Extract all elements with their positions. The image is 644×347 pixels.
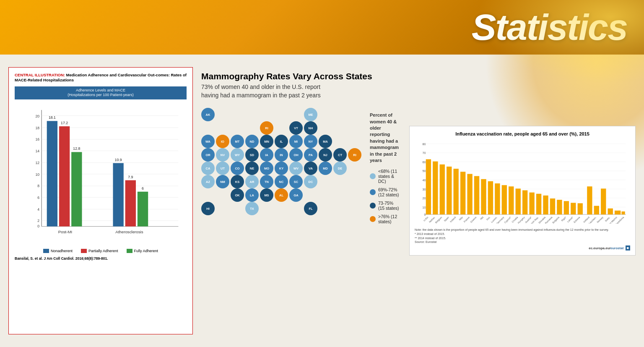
state-tn: TN (260, 175, 273, 188)
legend-label-4: >76% (12 states) (378, 214, 401, 224)
svg-text:Riga*: Riga* (561, 216, 567, 222)
svg-rect-78 (578, 203, 583, 214)
state-mt: MT (231, 135, 244, 148)
legend-dot-dark (370, 203, 376, 209)
state-ut: UT (216, 162, 229, 175)
left-panel: CENTRAL ILLUSTRATION: Medication Adheren… (8, 67, 193, 334)
state-oh: OH (289, 148, 303, 162)
svg-text:7.9: 7.9 (128, 175, 133, 179)
right-panel: Influenza vaccination rate, people aged … (409, 67, 636, 334)
state-ky: KY (275, 162, 288, 175)
svg-text:0: 0 (37, 224, 39, 229)
svg-text:12.8: 12.8 (73, 147, 80, 151)
svg-rect-26 (59, 126, 70, 227)
spacer (289, 108, 303, 121)
state-co: CO (231, 162, 244, 175)
mid-panel: Mammography Rates Vary Across States 73%… (201, 67, 401, 334)
state-in: IN (275, 148, 288, 162)
svg-text:20: 20 (423, 196, 426, 200)
state-nc: NC (275, 175, 288, 188)
chart-subtitle-bar: Adherence Levels and MACE (Hospitalizati… (15, 86, 187, 99)
state-ri-top: RI (260, 121, 273, 135)
legend-item-4: >76% (12 states) (370, 214, 401, 224)
spacer (231, 108, 244, 121)
state-mo: MO (260, 162, 273, 175)
state-ok: OK (231, 188, 244, 202)
state-nv: NV (216, 148, 229, 162)
flu-chart-svg: 80 70 60 50 40 30 20 10 0 (415, 140, 630, 224)
svg-text:6: 6 (37, 196, 39, 200)
spacer (231, 121, 244, 135)
state-nm: NM (216, 175, 229, 188)
svg-text:18: 18 (35, 126, 39, 130)
state-ri: RI (348, 148, 361, 162)
svg-rect-72 (536, 194, 541, 214)
state-mn: MN (260, 135, 273, 148)
svg-text:Bulgaria: Bulgaria (552, 216, 560, 224)
svg-text:Estonia: Estonia (573, 216, 581, 223)
flu-chart-source-url: ec.europa.eu/eurostat ■ (415, 246, 630, 250)
state-nd: ND (245, 135, 259, 148)
svg-text:6: 6 (142, 186, 144, 190)
state-row-4: CA UT CO NE MO KY WV VA MD DE (201, 162, 361, 175)
title-red-part: CENTRAL ILLUSTRATION: (15, 73, 65, 77)
spacer (275, 108, 288, 121)
svg-rect-76 (564, 201, 569, 214)
state-ny: NY (304, 135, 317, 148)
bar-chart-svg: 0 2 4 6 8 10 12 14 16 18 20 (27, 102, 182, 245)
svg-text:Finl.: Finl. (486, 216, 491, 221)
svg-text:18.1: 18.1 (49, 116, 56, 120)
svg-text:France: France (463, 216, 470, 223)
spacer (216, 108, 229, 121)
state-az: AZ (201, 175, 215, 188)
spacer (275, 121, 288, 135)
state-wv: WV (289, 162, 303, 175)
legend-dot-light (370, 173, 376, 179)
state-ma: MA (319, 135, 332, 148)
svg-text:12: 12 (35, 161, 39, 165)
svg-text:80: 80 (423, 142, 426, 146)
legend-label-partially: Partially Adherent (88, 249, 118, 253)
state-ia: IA (260, 148, 273, 162)
state-row-2: WA IO MT ND MN IL MI NY MA (201, 135, 361, 148)
svg-text:Germany: Germany (496, 216, 505, 224)
legend-label-fully: Fully Adherent (134, 249, 158, 253)
legend-nonadherent: Nonadherent (43, 249, 73, 253)
state-row-ak: AK ME (201, 108, 361, 121)
spacer (201, 121, 215, 135)
svg-rect-60 (454, 169, 459, 214)
spacer (245, 121, 259, 135)
state-ms: MS (260, 188, 273, 202)
svg-rect-34 (138, 192, 148, 227)
state-row-5: AZ NM KS AR TN NC SC DC (201, 175, 361, 188)
spacer (216, 188, 229, 202)
svg-rect-28 (71, 152, 82, 226)
svg-text:4: 4 (37, 207, 39, 211)
svg-rect-63 (474, 176, 479, 214)
legend-item-3: 73-75% (15 states) (370, 201, 401, 211)
legend-color-nonadherent (43, 249, 49, 253)
state-ga: GA (289, 188, 303, 202)
flu-chart-note: Note: the data shown is the proportion o… (415, 228, 630, 244)
state-ar: AR (245, 175, 259, 188)
svg-text:70: 70 (423, 151, 426, 155)
content-area: CENTRAL ILLUSTRATION: Medication Adheren… (0, 55, 644, 347)
state-md: MD (319, 162, 332, 175)
legend-dot-mid (370, 189, 376, 195)
svg-text:Hungary: Hungary (517, 216, 525, 224)
svg-text:Norway: Norway (596, 216, 604, 224)
svg-text:50: 50 (423, 169, 426, 173)
state-pa: PA (304, 148, 317, 162)
eurostat-flag: ■ (626, 245, 630, 250)
state-ca: CA (201, 162, 215, 175)
state-row-1: RI VT NH (201, 121, 361, 135)
svg-rect-57 (433, 162, 438, 214)
svg-text:10: 10 (35, 172, 39, 177)
legend-fully: Fully Adherent (127, 249, 158, 253)
svg-rect-80 (594, 206, 599, 215)
svg-text:Italy: Italy (458, 216, 463, 221)
svg-rect-81 (601, 188, 606, 214)
chart-legend: Nonadherent Partially Adherent Fully Adh… (15, 249, 187, 253)
state-mi: MI (289, 135, 303, 148)
state-hi: HI (201, 202, 215, 215)
